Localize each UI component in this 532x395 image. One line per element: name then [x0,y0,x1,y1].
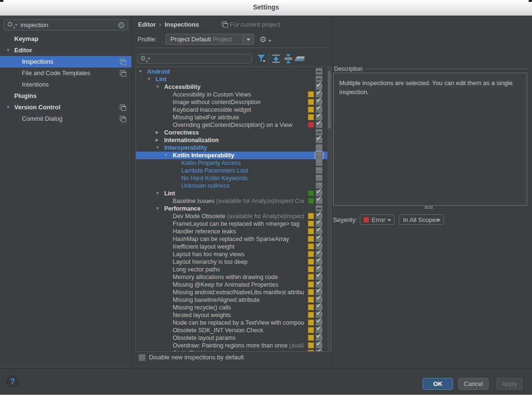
inspection-row-interoperability[interactable]: ▼Interoperability [136,144,328,152]
inspection-row-dev-mode-obsolete[interactable]: Dev Mode Obsolete (available for Analyze… [136,212,328,220]
inspection-row-kotlin-interoperability[interactable]: ▼Kotlin Interoperability [136,152,328,159]
tree-toggle-icon[interactable]: ▼ [156,83,159,91]
inspection-row-missing-recycle-calls[interactable]: Missing recycle() calls [136,304,328,311]
inspection-row-obsolete-sdk-int-version-check[interactable]: Obsolete SDK_INT Version Check [136,327,328,334]
inspection-row-overdraw-painting-regions-more-than-once[interactable]: Overdraw: Painting regions more than onc… [136,342,328,349]
scope-combobox[interactable]: In All Scopes [399,214,444,225]
inspection-row-lint[interactable]: ▼Lint [136,190,328,197]
tree-toggle-icon[interactable]: ▼ [164,152,168,159]
disable-new-inspections-checkbox[interactable] [138,354,146,361]
tree-vertical-scrollbar[interactable] [327,67,331,351]
inspection-row-accessibility-in-custom-views[interactable]: Accessibility in Custom Views [136,91,328,98]
inspection-row-lambda-parameters-last[interactable]: Lambda Parameters Last [136,167,328,174]
inspection-checkbox-checked[interactable] [315,121,323,128]
inspection-search[interactable] [137,54,252,64]
sidebar-item-keymap[interactable]: Keymap [0,33,131,45]
reset-eraser-icon[interactable] [295,54,305,63]
inspection-row-nested-layout-weights[interactable]: Nested layout weights [136,311,328,319]
sidebar-item-file-and-code-templates[interactable]: File and Code Templates [0,67,131,79]
inspection-label: Obsolete SDK_INT Version Check [173,327,304,334]
inspection-search-input[interactable] [152,55,247,63]
inspection-row-static-field-leaks[interactable]: Static Field Leaks [136,349,328,352]
profile-combobox[interactable]: Project Default Project [166,34,254,45]
inspection-row-image-without-contentdescription[interactable]: Image without contentDescription [136,98,328,106]
sidebar-item-intentions[interactable]: Intentions [0,79,131,90]
splitter-grip[interactable] [425,206,433,209]
inspection-row-unknown-nullness[interactable]: Unknown nullness [136,182,328,190]
inspection-row-kotlin-property-access[interactable]: Kotlin Property Access [136,159,328,167]
inspection-checkbox-empty[interactable] [315,144,323,151]
inspection-label: Handler reference leaks [173,228,304,235]
search-options-caret-icon[interactable] [15,24,18,26]
cancel-button[interactable]: Cancel [458,378,489,390]
inspection-label: Node can be replaced by a TextView with … [173,319,304,327]
inspection-row-framelayout-can-be-replaced-with-merge-t[interactable]: FrameLayout can be replaced with <merge>… [136,220,328,228]
inspection-row-missing-baselinealigned-attribute[interactable]: Missing baselineAligned attribute [136,296,328,304]
inspection-row-long-vector-paths[interactable]: Long vector paths [136,266,328,273]
sidebar-search-input[interactable] [20,20,115,29]
sidebar-item-commit-dialog[interactable]: Commit Dialog [0,113,131,125]
tree-toggle-icon[interactable]: ▼ [156,190,159,197]
apply-button[interactable]: Apply [496,378,522,390]
inspection-row-accessibility[interactable]: ▼Accessibility [136,83,328,91]
inspection-row-hashmap-can-be-replaced-with-sparsearray[interactable]: HashMap can be replaced with SparseArray [136,235,328,243]
profile-combo-arrow-icon[interactable] [243,34,254,44]
inspection-checkbox-checked[interactable] [315,349,323,352]
inspection-label: Obsolete layout params [173,334,304,342]
sidebar-item-editor[interactable]: ▼Editor [0,45,131,56]
clear-search-icon[interactable]: ✕ [118,22,125,29]
tree-toggle-icon[interactable]: ▼ [138,68,142,76]
severity-yellow-chip [308,114,314,120]
ok-button[interactable]: OK [423,378,453,390]
inspection-row-node-can-be-replaced-by-a-textview-with-[interactable]: Node can be replaced by a TextView with … [136,319,328,327]
inspection-row-android[interactable]: ▼Android [136,68,328,76]
expand-all-icon[interactable] [271,53,281,64]
sidebar-item-plugins[interactable]: Plugins [0,90,131,102]
inspection-tree-panel: ▼Android▼Lint▼AccessibilityAccessibility… [136,67,332,352]
inspection-row-lint[interactable]: ▼Lint [136,76,328,83]
breadcrumb-editor[interactable]: Editor [138,21,156,28]
inspection-row-keyboard-inaccessible-widget[interactable]: Keyboard inaccessible widget [136,106,328,114]
tree-toggle-icon[interactable]: ▶ [156,129,158,136]
inspection-row-missing-labelfor-attribute[interactable]: Missing labelFor attribute [136,114,328,121]
sidebar-item-inspections[interactable]: Inspections [0,56,131,67]
inspection-row-performance[interactable]: ▼Performance [136,205,328,212]
tree-toggle-icon[interactable]: ▼ [6,45,10,56]
inspection-row-no-hard-kotlin-keywords[interactable]: No Hard Kotlin Keywords [136,174,328,182]
inspection-row-internationalization[interactable]: ▶Internationalization [136,136,328,144]
inspection-checkbox-empty[interactable] [315,152,323,159]
inspection-checkbox-empty[interactable] [315,159,323,166]
tree-toggle-icon[interactable]: ▼ [147,76,151,83]
inspection-row-missing-keep-for-animated-properties[interactable]: Missing @Keep for Animated Properties [136,281,328,289]
inspection-row-layout-has-too-many-views[interactable]: Layout has too many views [136,250,328,258]
inspection-row-handler-reference-leaks[interactable]: Handler reference leaks [136,228,328,235]
inspection-row-overriding-getcontentdescription-on-a-vi[interactable]: Overriding getContentDescription() on a … [136,121,328,129]
inspection-row-baseline-issues[interactable]: Baseline Issues (available for Analyze|I… [136,197,328,205]
tree-toggle-icon[interactable]: ▼ [6,102,10,113]
severity-combobox[interactable]: Error [360,214,394,225]
sidebar-search[interactable]: ✕ [4,19,128,30]
inspection-row-layout-hierarchy-is-too-deep[interactable]: Layout hierarchy is too deep [136,258,328,266]
profile-gear-button[interactable]: ⚙ [259,35,273,46]
inspection-label: Baseline Issues (available for Analyze|I… [173,197,304,205]
inspection-row-missing-android-extractnativelibs-manife[interactable]: Missing android:extractNativeLibs manife… [136,289,328,296]
collapse-all-icon[interactable] [284,53,293,64]
tree-toggle-icon[interactable]: ▶ [156,136,158,144]
tree-toggle-icon[interactable]: ▼ [156,205,159,212]
sidebar-item-version-control[interactable]: ▼Version Control [0,102,131,113]
inspection-checkbox-checked[interactable] [315,136,323,144]
help-button[interactable]: ? [7,376,19,387]
tree-toggle-icon[interactable]: ▼ [156,144,159,152]
inspection-checkbox-checked[interactable] [315,197,323,204]
scrollbar-thumb[interactable] [328,71,331,129]
title-bar[interactable]: Settings [0,0,532,16]
inspection-row-correctness[interactable]: ▶Correctness [136,129,328,136]
inspection-checkbox-empty[interactable] [315,167,323,174]
inspection-checkbox-dash[interactable] [315,68,323,75]
inspection-checkbox-empty[interactable] [315,174,323,182]
inspection-row-obsolete-layout-params[interactable]: Obsolete layout params [136,334,328,342]
filter-funnel-icon[interactable] [257,54,266,63]
inspection-row-memory-allocations-within-drawing-code[interactable]: Memory allocations within drawing code [136,273,328,281]
search-options-caret-icon[interactable] [148,58,150,60]
inspection-row-inefficient-layout-weight[interactable]: Inefficient layout weight [136,243,328,250]
